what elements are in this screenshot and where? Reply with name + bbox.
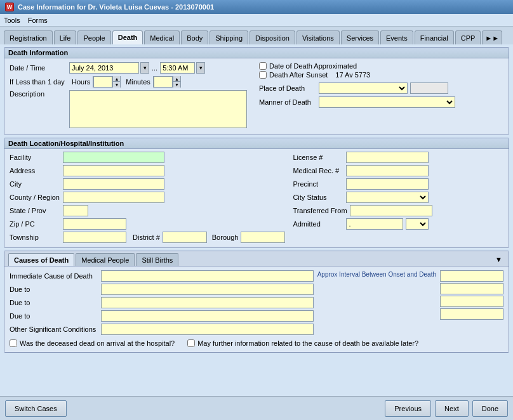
next-button[interactable]: Next: [435, 400, 469, 417]
date-approx-checkbox[interactable]: [259, 62, 267, 70]
date-time-separator: ...: [152, 64, 157, 72]
due-to-row-3: Due to: [10, 310, 314, 322]
township-label: Township: [10, 233, 60, 241]
approx-inputs: [440, 270, 503, 320]
city-input[interactable]: [63, 178, 164, 190]
time-dropdown-btn[interactable]: ▾: [196, 62, 205, 74]
description-textarea[interactable]: [69, 90, 247, 128]
approx-input-2[interactable]: [440, 283, 503, 294]
cod-collapse-btn[interactable]: ▼: [495, 253, 505, 266]
place-of-death-extra[interactable]: [410, 82, 448, 94]
death-info-panel: Death Information Date / Time ▾ ... ▾: [4, 47, 509, 135]
date-time-label: Date / Time: [10, 64, 67, 72]
description-label: Description: [10, 90, 67, 98]
tab-registration[interactable]: Registration: [4, 30, 53, 44]
minutes-input[interactable]: [154, 76, 173, 88]
state-input[interactable]: [63, 205, 88, 216]
due-to-input-3[interactable]: [101, 310, 314, 322]
place-of-death-select[interactable]: [319, 82, 408, 94]
minutes-down-btn[interactable]: ▼: [173, 82, 180, 88]
cod-tab-causes[interactable]: Causes of Death: [8, 253, 74, 266]
approx-input-3[interactable]: [440, 296, 503, 307]
location-panel: Death Location/Hospital/Institution Faci…: [4, 138, 509, 248]
license-input[interactable]: [346, 152, 429, 163]
tab-services[interactable]: Services: [341, 30, 379, 44]
cod-tab-bar: Causes of Death Medical People Still Bir…: [4, 251, 509, 266]
county-input[interactable]: [63, 192, 164, 203]
facility-row: Facility: [10, 152, 285, 163]
tab-cpp[interactable]: CPP: [455, 30, 481, 44]
township-input[interactable]: [63, 232, 126, 243]
location-left: Facility Address City County / Region: [10, 152, 285, 245]
tab-shipping[interactable]: Shipping: [210, 30, 248, 44]
tab-visitations[interactable]: Visitations: [296, 30, 340, 44]
admitted-label: Admitted: [293, 220, 343, 228]
license-label: License #: [293, 154, 343, 161]
av-value: 17 Av 5773: [335, 71, 370, 79]
location-right: License # Medical Rec. # Precinct City S…: [293, 152, 503, 245]
borough-input[interactable]: [241, 232, 285, 243]
main-content: Death Information Date / Time ▾ ... ▾: [0, 44, 513, 396]
immediate-cause-label: Immediate Cause of Death: [10, 272, 98, 280]
hours-spinner[interactable]: ▲ ▼: [93, 76, 121, 88]
done-button[interactable]: Done: [472, 400, 508, 417]
menu-bar: Tools Forms: [0, 14, 513, 27]
hours-input[interactable]: [93, 76, 112, 88]
transferred-input[interactable]: [350, 205, 432, 216]
medrec-input[interactable]: [346, 165, 429, 176]
zip-input[interactable]: [63, 218, 126, 230]
due-to-input-2[interactable]: [101, 297, 314, 308]
admitted-input[interactable]: [346, 218, 403, 230]
tab-more-button[interactable]: ►►: [482, 30, 502, 44]
deceased-arrival-checkbox[interactable]: [10, 339, 17, 347]
hours-up-btn[interactable]: ▲: [112, 76, 120, 82]
location-grid: Facility Address City County / Region: [10, 152, 503, 245]
precinct-input[interactable]: [346, 178, 429, 190]
switch-cases-button[interactable]: Switch Cases: [5, 400, 67, 417]
death-info-header: Death Information: [4, 48, 509, 58]
previous-button[interactable]: Previous: [385, 400, 431, 417]
minutes-spinner[interactable]: ▲ ▼: [153, 76, 181, 88]
manner-of-death-select[interactable]: [319, 96, 455, 108]
tab-financial[interactable]: Financial: [415, 30, 454, 44]
cod-body: Immediate Cause of Death Due to Due to D…: [4, 266, 509, 352]
date-time-row: Date / Time ▾ ... ▾: [10, 62, 254, 74]
place-of-death-row: Place of Death: [259, 82, 503, 94]
city-status-select[interactable]: [346, 192, 429, 203]
approx-input-1[interactable]: [440, 270, 503, 282]
hours-down-btn[interactable]: ▼: [112, 82, 120, 88]
precinct-label: Precinct: [293, 180, 343, 188]
after-sunset-checkbox[interactable]: [259, 71, 267, 79]
further-info-checkbox[interactable]: [187, 339, 195, 347]
tab-life[interactable]: Life: [54, 30, 77, 44]
menu-tools[interactable]: Tools: [4, 16, 20, 24]
cod-tab-medical[interactable]: Medical People: [76, 253, 135, 266]
immediate-cause-input[interactable]: [101, 270, 314, 282]
other-significant-input[interactable]: [101, 324, 314, 335]
approx-input-4[interactable]: [440, 308, 503, 320]
date-approx-row: Date of Death Approximated: [259, 62, 503, 70]
tab-medical[interactable]: Medical: [144, 30, 180, 44]
tab-events[interactable]: Events: [380, 30, 413, 44]
state-row: State / Prov: [10, 205, 285, 216]
date-input[interactable]: [69, 62, 139, 74]
menu-forms[interactable]: Forms: [28, 16, 48, 24]
due-to-input-1[interactable]: [101, 284, 314, 295]
time-input[interactable]: [160, 62, 195, 74]
address-input[interactable]: [63, 165, 164, 176]
tab-disposition[interactable]: Disposition: [250, 30, 295, 44]
tab-body[interactable]: Body: [181, 30, 208, 44]
cod-checkboxes: Was the deceased dead on arrival at the …: [10, 339, 503, 348]
minutes-up-btn[interactable]: ▲: [173, 76, 180, 82]
minutes-label: Minutes: [126, 78, 150, 86]
tab-death[interactable]: Death: [112, 30, 143, 44]
tab-people[interactable]: People: [77, 30, 110, 44]
admitted-select[interactable]: [406, 218, 429, 230]
district-input[interactable]: [163, 232, 207, 243]
date-field-wrap: ▾ ... ▾: [69, 62, 205, 74]
precinct-row: Precinct: [293, 178, 503, 190]
after-sunset-row: Death After Sunset 17 Av 5773: [259, 71, 503, 79]
cod-tab-stillbirths[interactable]: Still Births: [136, 253, 178, 266]
facility-input[interactable]: [63, 152, 164, 163]
date-dropdown-btn[interactable]: ▾: [140, 62, 149, 74]
